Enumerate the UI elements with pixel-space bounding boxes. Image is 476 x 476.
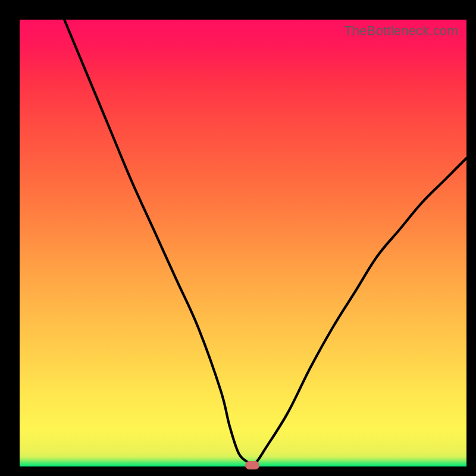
optimal-marker: [245, 461, 259, 469]
curve-path: [64, 20, 466, 464]
bottleneck-curve: [20, 20, 466, 466]
chart-frame: TheBottleneck.com: [0, 0, 476, 476]
plot-area: TheBottleneck.com: [20, 20, 466, 466]
